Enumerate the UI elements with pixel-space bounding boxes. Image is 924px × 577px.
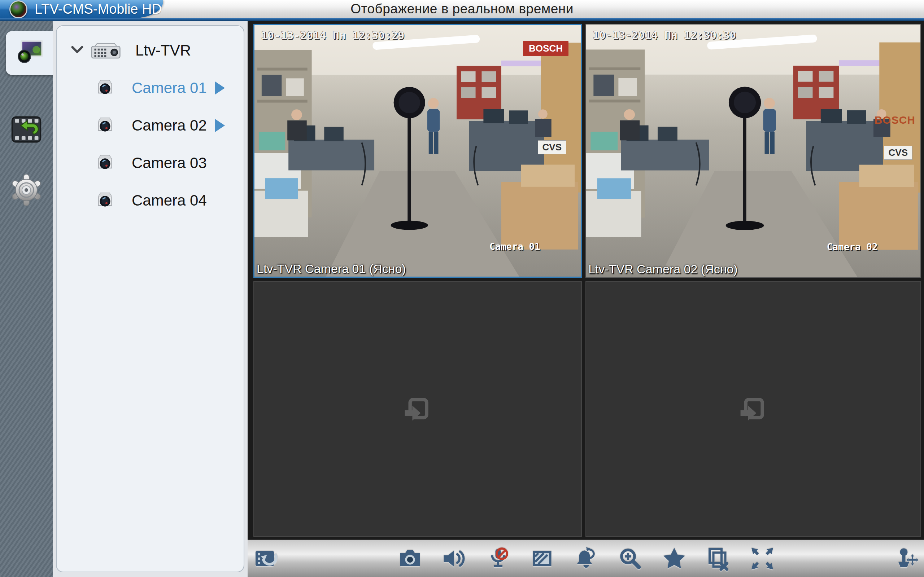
camera-icon xyxy=(94,151,116,175)
close-windows-icon xyxy=(705,546,731,573)
device-row-ltv-tvr[interactable]: Ltv-TVR xyxy=(57,32,244,69)
bottom-toolbar xyxy=(247,540,924,577)
device-sidebar: Ltv-TVR Camera 01 xyxy=(53,21,247,577)
digital-zoom-button[interactable] xyxy=(614,545,646,574)
two-way-talk-muted-button[interactable] xyxy=(482,545,514,574)
app-title: LTV-CMS-Moblie HD xyxy=(35,0,162,18)
drag-camera-here-icon xyxy=(399,390,436,428)
fullscreen-button[interactable] xyxy=(746,545,779,574)
image-quality-button[interactable] xyxy=(526,545,558,574)
chevron-right-icon[interactable] xyxy=(215,119,225,132)
video-cell-3-empty[interactable] xyxy=(254,281,582,537)
chevron-down-icon xyxy=(71,45,83,56)
title-bar-accent-line xyxy=(0,18,924,21)
ptz-control-button[interactable] xyxy=(888,545,921,574)
star-icon xyxy=(661,546,687,573)
rail-item-playback[interactable] xyxy=(4,110,48,150)
video-grid-area: BOSCH CVS 10-13-2014 Пн 12:30:29 Camera … xyxy=(247,21,924,540)
channel-label: Ltv-TVR Camera 02 (Ясно) xyxy=(588,262,738,276)
osd-timestamp: 10-13-2014 Пн 12:30:29 xyxy=(261,29,404,42)
image-quality-icon xyxy=(529,546,555,573)
device-label: Ltv-TVR xyxy=(135,42,191,59)
snapshot-camera-icon xyxy=(397,546,423,573)
instant-playback-button[interactable] xyxy=(250,545,283,574)
camera-list-item-04[interactable]: Camera 04 xyxy=(57,182,244,219)
camera-list-item-03[interactable]: Camera 03 xyxy=(57,144,244,182)
camera-icon xyxy=(94,113,116,138)
video-cell-1[interactable]: BOSCH CVS 10-13-2014 Пн 12:30:29 Camera … xyxy=(254,24,582,278)
speaker-icon xyxy=(441,546,467,573)
alarm-bell-icon xyxy=(573,546,599,573)
chevron-right-icon[interactable] xyxy=(215,82,225,95)
camera-icon xyxy=(94,188,116,213)
favorite-button[interactable] xyxy=(658,545,690,574)
rail-item-settings[interactable] xyxy=(4,171,48,211)
scene-sign-bosch: BOSCH xyxy=(874,114,915,126)
microphone-muted-icon xyxy=(485,546,511,573)
video-grid: BOSCH CVS 10-13-2014 Пн 12:30:29 Camera … xyxy=(247,21,924,540)
zoom-in-magnifier-icon xyxy=(617,546,643,573)
rail-item-live-view[interactable] xyxy=(6,31,53,75)
camera-2-video-frame xyxy=(586,24,921,277)
close-view-button[interactable] xyxy=(702,545,735,574)
camera-label: Camera 04 xyxy=(132,192,207,209)
camera-list-item-01[interactable]: Camera 01 xyxy=(57,69,244,107)
camera-label: Camera 03 xyxy=(132,154,207,172)
camera-label: Camera 01 xyxy=(132,79,207,97)
audio-button[interactable] xyxy=(438,545,470,574)
camera-label: Camera 02 xyxy=(132,117,207,134)
device-list-panel: Ltv-TVR Camera 01 xyxy=(56,25,244,572)
app-logo-icon xyxy=(10,0,27,18)
video-cell-2[interactable]: BOSCH CVS 10-13-2014 Пн 12:30:30 Camera … xyxy=(585,24,921,278)
video-cell-4-empty[interactable] xyxy=(585,281,921,537)
osd-camera-name: Camera 02 xyxy=(827,242,878,253)
scene-sign-cvs: CVS xyxy=(538,140,566,154)
navigation-rail xyxy=(0,21,53,577)
snapshot-button[interactable] xyxy=(394,545,426,574)
scene-sign-bosch: BOSCH xyxy=(523,41,569,56)
instant-playback-icon xyxy=(254,546,279,573)
osd-timestamp: 10-13-2014 Пн 12:30:30 xyxy=(593,29,736,42)
fullscreen-arrows-icon xyxy=(749,546,775,573)
ptz-joystick-icon xyxy=(892,546,918,573)
drag-camera-here-icon xyxy=(735,390,771,428)
channel-label: Ltv-TVR Camera 01 (Ясно) xyxy=(257,262,406,276)
app-title-tab: LTV-CMS-Moblie HD xyxy=(0,0,163,18)
camera-1-video-frame xyxy=(254,25,581,277)
alarm-button[interactable] xyxy=(570,545,603,574)
osd-camera-name: Camera 01 xyxy=(489,241,540,252)
playback-icon xyxy=(11,114,42,147)
live-view-icon xyxy=(15,39,45,67)
camera-icon xyxy=(94,76,116,100)
dvr-icon xyxy=(90,41,121,60)
title-bar: Отображение в реальном времени LTV-CMS-M… xyxy=(0,0,924,18)
scene-sign-cvs: CVS xyxy=(884,146,913,160)
camera-list-item-02[interactable]: Camera 02 xyxy=(57,107,244,144)
settings-gear-icon xyxy=(9,173,44,209)
